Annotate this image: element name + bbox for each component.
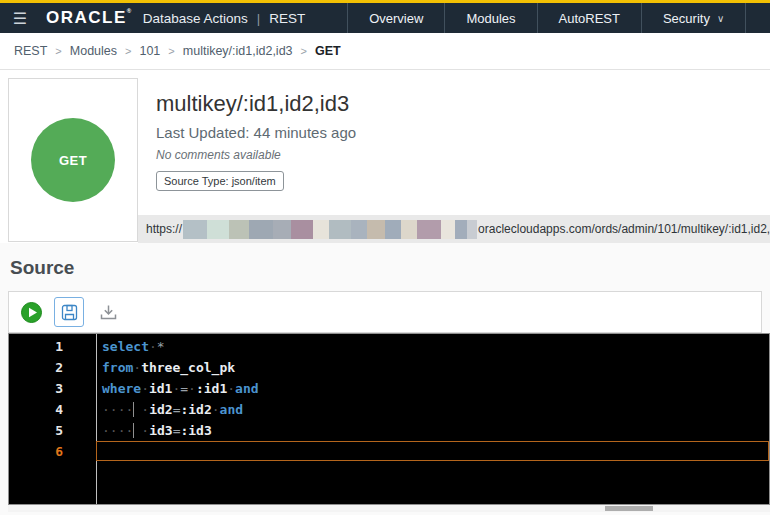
line-number: 4 [9, 399, 63, 420]
redacted-block [455, 220, 467, 239]
redacted-block [441, 220, 455, 239]
editor-line[interactable]: from·three_col_pk [102, 357, 769, 378]
tab-autorest[interactable]: AutoREST [537, 3, 641, 33]
breadcrumb-modules[interactable]: Modules [70, 44, 117, 58]
line-number: 3 [9, 378, 63, 399]
redacted-block [229, 220, 249, 239]
editor-toolbar [8, 291, 762, 333]
redacted-block [351, 220, 367, 239]
chevron-down-icon: ∨ [717, 13, 724, 24]
download-button[interactable] [96, 300, 120, 324]
main-nav: Overview Modules AutoREST Security∨ [347, 3, 746, 33]
code-lines[interactable]: select·*from·three_col_pkwhere·id1·=·:id… [97, 334, 769, 504]
editor-current-line[interactable] [96, 441, 769, 461]
app-context: REST [269, 11, 305, 26]
menu-icon[interactable]: ☰ [0, 9, 40, 28]
breadcrumb-separator: > [168, 45, 174, 57]
breadcrumb-endpoint[interactable]: multikey/:id1,id2,id3 [183, 44, 293, 58]
redacted-block [249, 220, 273, 239]
app-title: Database Actions [143, 11, 248, 26]
redacted-block [329, 220, 351, 239]
sql-code-editor[interactable]: 123456 select·*from·three_col_pkwhere·id… [8, 333, 770, 505]
redacted-block [207, 220, 229, 239]
line-number: 2 [9, 357, 63, 378]
tab-overview[interactable]: Overview [347, 3, 444, 33]
top-bar: ☰ ORACLE® Database Actions | REST Overvi… [0, 0, 770, 33]
redacted-block [385, 220, 401, 239]
endpoint-url-bar: https:// oraclecloudapps.com/ords/admin/… [138, 215, 770, 243]
download-icon [99, 303, 118, 322]
scrollbar-thumb[interactable] [605, 506, 653, 511]
url-prefix: https:// [146, 222, 182, 236]
breadcrumb-separator: > [125, 45, 131, 57]
line-number: 1 [9, 336, 63, 357]
editor-gutter: 123456 [9, 334, 97, 504]
redacted-block [291, 220, 313, 239]
editor-line[interactable]: select·* [102, 336, 769, 357]
endpoint-card: GET multikey/:id1,id2,id3 Last Updated: … [0, 70, 770, 243]
oracle-logo: ORACLE® [46, 8, 133, 28]
url-redaction [183, 220, 477, 239]
run-button[interactable] [21, 302, 42, 323]
save-icon [61, 304, 78, 321]
redacted-block [401, 220, 417, 239]
redacted-block [273, 220, 291, 239]
redacted-block [183, 220, 207, 239]
endpoint-title: multikey/:id1,id2,id3 [156, 91, 770, 117]
source-type-chip: Source Type: json/item [156, 171, 284, 191]
http-method-badge: GET [31, 118, 115, 202]
comments-text: No comments available [156, 148, 770, 162]
breadcrumb: REST > Modules > 101 > multikey/:id1,id2… [0, 33, 770, 70]
endpoint-details: multikey/:id1,id2,id3 Last Updated: 44 m… [138, 78, 770, 243]
title-divider: | [257, 11, 260, 26]
editor-line[interactable]: ·····id3=:id3 [102, 420, 769, 441]
url-suffix: oraclecloudapps.com/ords/admin/101/multi… [478, 222, 770, 236]
method-box: GET [8, 78, 138, 242]
editor-line[interactable]: where·id1·=·:id1·and [102, 378, 769, 399]
save-button[interactable] [54, 297, 84, 327]
line-number: 6 [9, 441, 63, 462]
last-updated-text: Last Updated: 44 minutes ago [156, 124, 770, 141]
redacted-block [467, 220, 477, 239]
registered-mark: ® [127, 8, 133, 14]
tab-modules[interactable]: Modules [444, 3, 536, 33]
tab-security[interactable]: Security∨ [641, 3, 746, 33]
editor-horizontal-scrollbar[interactable] [8, 505, 770, 512]
redacted-block [367, 220, 385, 239]
source-section-heading: Source [10, 256, 770, 280]
breadcrumb-module-101[interactable]: 101 [139, 44, 160, 58]
breadcrumb-rest[interactable]: REST [14, 44, 47, 58]
breadcrumb-separator: > [55, 45, 61, 57]
breadcrumb-separator: > [301, 45, 307, 57]
breadcrumb-method-get: GET [315, 44, 341, 58]
line-number: 5 [9, 420, 63, 441]
redacted-block [313, 220, 329, 239]
editor-line[interactable]: ·····id2=:id2·and [102, 399, 769, 420]
redacted-block [417, 220, 441, 239]
